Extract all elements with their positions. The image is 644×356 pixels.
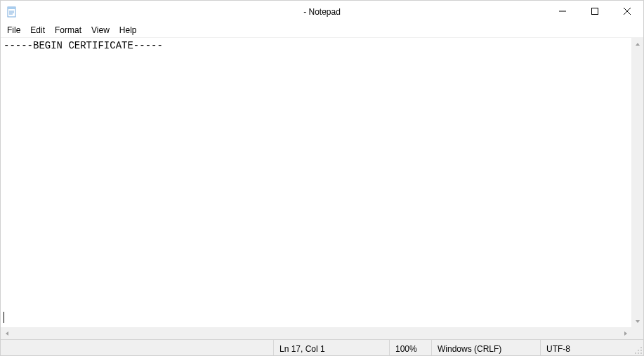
status-encoding: UTF-8	[540, 340, 631, 355]
svg-point-15	[638, 350, 639, 351]
window-controls	[546, 1, 643, 23]
scroll-corner	[631, 327, 643, 339]
close-icon	[624, 8, 631, 16]
svg-point-16	[640, 352, 642, 354]
horizontal-scroll-track[interactable]	[13, 327, 619, 339]
svg-marker-12	[624, 331, 627, 336]
menu-view[interactable]: View	[86, 25, 114, 36]
scroll-left-arrow-icon[interactable]	[1, 327, 13, 339]
scroll-right-arrow-icon[interactable]	[619, 327, 631, 339]
menu-format[interactable]: Format	[50, 25, 86, 36]
menu-help[interactable]: Help	[114, 25, 142, 36]
menu-file[interactable]: File	[2, 25, 25, 36]
svg-point-13	[640, 347, 642, 348]
minimize-icon	[559, 8, 566, 16]
vertical-scroll-track[interactable]	[631, 50, 643, 315]
titlebar[interactable]: - Notepad	[1, 1, 643, 23]
resize-grip-icon[interactable]	[631, 340, 643, 355]
close-button[interactable]	[611, 1, 643, 23]
svg-point-14	[640, 350, 642, 351]
svg-marker-9	[636, 43, 640, 46]
svg-marker-11	[6, 331, 8, 336]
svg-point-17	[638, 352, 639, 354]
notepad-icon	[6, 6, 18, 18]
svg-rect-1	[8, 7, 15, 9]
menubar: File Edit Format View Help	[1, 23, 643, 37]
menu-edit[interactable]: Edit	[25, 25, 50, 36]
scroll-down-arrow-icon[interactable]	[631, 315, 643, 327]
window-title: - Notepad	[303, 7, 341, 17]
text-editor[interactable]: -----BEGIN CERTIFICATE-----	[1, 38, 631, 327]
editor-content: -----BEGIN CERTIFICATE-----	[4, 40, 163, 51]
maximize-button[interactable]	[579, 1, 611, 23]
text-caret	[4, 312, 4, 323]
vertical-scrollbar[interactable]	[631, 38, 643, 327]
editor-area: -----BEGIN CERTIFICATE-----	[1, 37, 643, 339]
svg-point-18	[635, 352, 636, 354]
scroll-up-arrow-icon[interactable]	[631, 38, 643, 50]
statusbar: Ln 17, Col 1 100% Windows (CRLF) UTF-8	[1, 339, 643, 355]
maximize-icon	[591, 8, 598, 16]
status-line-ending: Windows (CRLF)	[431, 340, 540, 355]
svg-rect-6	[592, 8, 598, 15]
minimize-button[interactable]	[546, 1, 579, 23]
status-zoom: 100%	[389, 340, 431, 355]
status-position: Ln 17, Col 1	[273, 340, 389, 355]
svg-marker-10	[636, 320, 640, 323]
horizontal-scrollbar[interactable]	[1, 327, 631, 339]
status-blank	[1, 340, 273, 355]
